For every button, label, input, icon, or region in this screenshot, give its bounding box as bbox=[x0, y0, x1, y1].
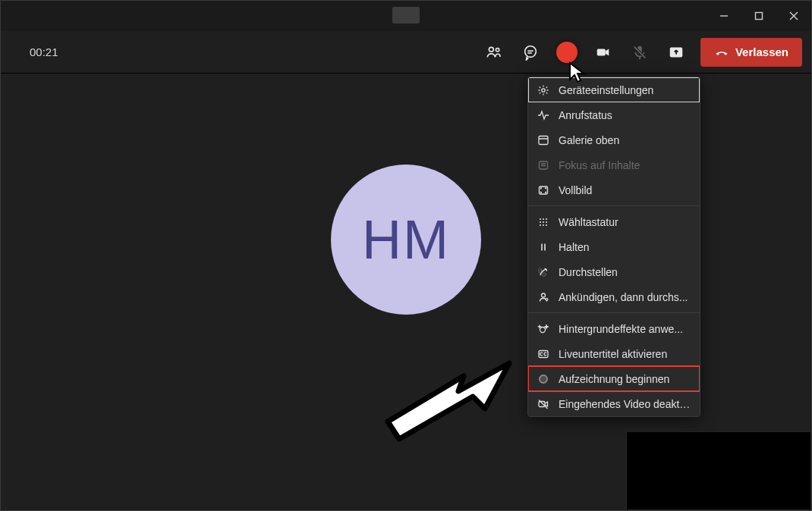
menu-item-fullscreen[interactable]: Vollbild bbox=[528, 177, 700, 202]
svg-point-18 bbox=[542, 88, 545, 91]
close-window-button[interactable] bbox=[776, 1, 811, 31]
minimize-button[interactable] bbox=[707, 1, 741, 31]
microphone-toggle-button[interactable] bbox=[622, 37, 658, 67]
announce-icon bbox=[537, 291, 549, 303]
svg-point-31 bbox=[540, 224, 541, 226]
svg-point-6 bbox=[525, 45, 537, 57]
menu-item-label: Fokus auf Inhalte bbox=[559, 159, 691, 171]
menu-item-start-recording[interactable]: Aufzeichnung beginnen bbox=[528, 366, 700, 391]
menu-item-label: Eingehendes Video deakti... bbox=[559, 398, 691, 410]
leave-call-button[interactable]: Verlassen bbox=[700, 38, 802, 67]
menu-item-label: Liveuntertitel aktivieren bbox=[559, 348, 691, 360]
svg-point-28 bbox=[540, 221, 541, 223]
menu-separator bbox=[528, 205, 700, 206]
svg-point-33 bbox=[546, 224, 547, 226]
menu-item-label: Aufzeichnung beginnen bbox=[559, 373, 691, 385]
layout-icon bbox=[537, 134, 549, 146]
menu-item-label: Halten bbox=[559, 241, 691, 253]
self-preview-pip[interactable] bbox=[626, 431, 811, 510]
gear-icon bbox=[537, 84, 549, 96]
menu-item-bg-effects[interactable]: Hintergrundeffekte anwe... bbox=[528, 316, 700, 341]
svg-rect-19 bbox=[539, 136, 548, 144]
svg-point-30 bbox=[546, 221, 547, 223]
call-toolbar: 00:21 bbox=[1, 31, 811, 74]
svg-rect-40 bbox=[539, 401, 545, 406]
activity-icon bbox=[537, 109, 549, 121]
menu-item-label: Ankündigen, dann durchs... bbox=[559, 291, 691, 303]
menu-item-announce-transfer[interactable]: Ankündigen, dann durchs... bbox=[528, 284, 700, 309]
svg-point-27 bbox=[546, 218, 547, 220]
menu-item-focus-content: Fokus auf Inhalte bbox=[528, 152, 700, 177]
transfer-icon bbox=[537, 266, 549, 278]
focus-icon bbox=[537, 159, 549, 171]
svg-point-5 bbox=[496, 48, 499, 51]
menu-item-label: Hintergrundeffekte anwe... bbox=[559, 323, 691, 335]
menu-item-device-settings[interactable]: Geräteeinstellungen bbox=[528, 77, 700, 102]
share-screen-button[interactable] bbox=[658, 37, 694, 67]
svg-point-25 bbox=[540, 218, 541, 220]
maximize-button[interactable] bbox=[741, 1, 776, 31]
sparkle-icon bbox=[537, 323, 549, 335]
chat-button[interactable] bbox=[512, 37, 549, 67]
menu-item-label: Wähltastatur bbox=[559, 216, 691, 228]
menu-item-label: Geräteeinstellungen bbox=[559, 84, 691, 96]
menu-item-call-health[interactable]: Anrufstatus bbox=[528, 102, 700, 127]
more-actions-menu: GeräteeinstellungenAnrufstatusGalerie ob… bbox=[527, 77, 700, 417]
svg-point-4 bbox=[489, 47, 493, 52]
menu-item-transfer[interactable]: Durchstellen bbox=[528, 259, 700, 284]
camera-toggle-button[interactable] bbox=[585, 37, 622, 67]
svg-rect-12 bbox=[597, 49, 606, 55]
pause-icon bbox=[537, 241, 549, 253]
window-title-bar bbox=[1, 1, 811, 31]
participants-button[interactable] bbox=[476, 37, 512, 67]
menu-item-label: Vollbild bbox=[559, 184, 691, 196]
video-off-icon bbox=[537, 398, 549, 410]
menu-item-label: Durchstellen bbox=[559, 266, 691, 278]
cc-icon bbox=[537, 348, 549, 360]
svg-point-38 bbox=[540, 327, 546, 332]
participant-avatar: HM bbox=[331, 165, 481, 315]
svg-point-32 bbox=[543, 224, 544, 226]
more-actions-button[interactable] bbox=[549, 37, 585, 67]
svg-rect-1 bbox=[756, 13, 763, 20]
menu-item-live-captions[interactable]: Liveuntertitel aktivieren bbox=[528, 341, 700, 366]
expand-icon bbox=[537, 184, 549, 196]
menu-item-disable-incoming-video[interactable]: Eingehendes Video deakti... bbox=[528, 391, 700, 416]
svg-point-29 bbox=[543, 221, 544, 223]
record-icon bbox=[537, 373, 549, 385]
menu-item-label: Galerie oben bbox=[559, 134, 691, 146]
menu-item-gallery-top[interactable]: Galerie oben bbox=[528, 127, 700, 152]
menu-item-hold[interactable]: Halten bbox=[528, 234, 700, 259]
menu-item-dialpad[interactable]: Wähltastatur bbox=[528, 209, 700, 234]
menu-separator bbox=[528, 312, 700, 313]
svg-point-36 bbox=[542, 293, 546, 297]
call-timer: 00:21 bbox=[30, 45, 58, 58]
title-bar-drag-handle[interactable] bbox=[392, 7, 420, 24]
svg-point-26 bbox=[543, 218, 544, 220]
menu-item-label: Anrufstatus bbox=[559, 109, 691, 121]
leave-call-label: Verlassen bbox=[735, 45, 788, 58]
dialpad-icon bbox=[537, 216, 549, 228]
highlight-dot-annotation bbox=[556, 42, 578, 63]
avatar-initials: HM bbox=[362, 208, 450, 271]
